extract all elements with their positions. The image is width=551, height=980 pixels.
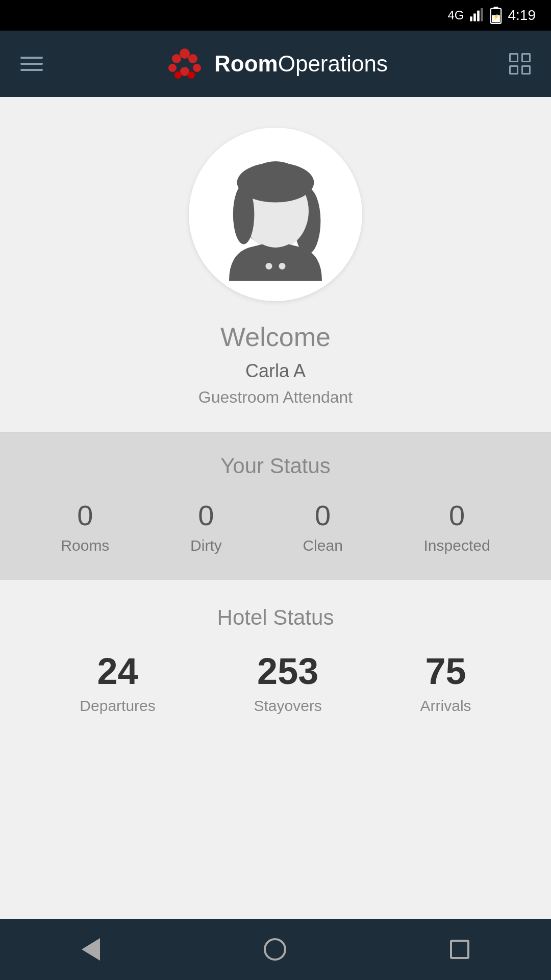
arrivals-count: 75 — [425, 650, 466, 692]
home-button[interactable] — [254, 928, 296, 971]
clean-count: 0 — [315, 499, 331, 532]
time-display: 4:19 — [508, 7, 536, 23]
welcome-text: Welcome — [220, 322, 331, 352]
hotel-status-grid: 24 Departures 253 Stayovers 75 Arrivals — [0, 650, 551, 715]
svg-point-23 — [279, 263, 286, 270]
hotel-arrivals: 75 Arrivals — [420, 650, 471, 715]
status-bar: 4G ⚡ 4:19 — [0, 0, 551, 31]
clean-label: Clean — [303, 537, 342, 554]
signal-icon: 4G — [447, 8, 464, 22]
status-clean: 0 Clean — [303, 499, 342, 554]
stayovers-count: 253 — [257, 650, 318, 692]
grid-view-button[interactable] — [509, 53, 531, 75]
svg-rect-2 — [477, 11, 480, 21]
svg-rect-1 — [473, 14, 476, 21]
svg-point-12 — [193, 64, 201, 72]
recents-button[interactable] — [440, 929, 480, 969]
hotel-departures: 24 Departures — [80, 650, 155, 715]
avatar-image — [209, 148, 342, 281]
recents-icon — [450, 940, 469, 959]
status-rooms: 0 Rooms — [61, 499, 109, 554]
hotel-status-section: Hotel Status 24 Departures 253 Stayovers… — [0, 580, 551, 745]
rooms-label: Rooms — [61, 537, 109, 554]
battery-icon: ⚡ — [489, 6, 503, 24]
your-status-grid: 0 Rooms 0 Dirty 0 Clean 0 Inspected — [0, 499, 551, 554]
your-status-title: Your Status — [0, 454, 551, 478]
your-status-section: Your Status 0 Rooms 0 Dirty 0 Clean 0 In… — [0, 433, 551, 580]
svg-point-9 — [172, 54, 181, 63]
nav-bar — [0, 919, 551, 980]
hamburger-menu[interactable] — [20, 57, 43, 71]
status-inspected: 0 Inspected — [424, 499, 490, 554]
user-name: Carla A — [245, 360, 306, 382]
rooms-count: 0 — [77, 499, 93, 532]
main-content: Welcome Carla A Guestroom Attendant Your… — [0, 97, 551, 919]
user-role: Guestroom Attendant — [198, 388, 353, 407]
hotel-status-title: Hotel Status — [0, 605, 551, 630]
profile-section: Welcome Carla A Guestroom Attendant — [0, 97, 551, 432]
status-icons: 4G ⚡ 4:19 — [447, 6, 536, 24]
svg-point-10 — [168, 64, 177, 72]
inspected-count: 0 — [449, 499, 465, 532]
avatar — [189, 128, 362, 301]
svg-rect-0 — [470, 16, 472, 21]
logo-area: RoomOperations — [164, 43, 388, 84]
signal-bars-icon — [469, 8, 484, 22]
departures-label: Departures — [80, 697, 155, 715]
hotel-stayovers: 253 Stayovers — [254, 650, 321, 715]
svg-text:⚡: ⚡ — [492, 13, 500, 20]
inspected-label: Inspected — [424, 537, 490, 554]
logo-text: RoomOperations — [214, 51, 388, 77]
svg-point-21 — [233, 185, 255, 244]
svg-point-15 — [188, 71, 195, 79]
departures-count: 24 — [97, 650, 138, 692]
dirty-count: 0 — [198, 499, 214, 532]
svg-point-14 — [174, 71, 182, 79]
svg-point-8 — [180, 48, 190, 59]
app-header: RoomOperations — [0, 31, 551, 97]
home-icon — [264, 938, 286, 961]
arrivals-label: Arrivals — [420, 697, 471, 715]
dirty-label: Dirty — [190, 537, 222, 554]
svg-rect-5 — [493, 7, 498, 9]
back-icon — [82, 938, 100, 961]
svg-point-22 — [266, 263, 272, 270]
svg-point-11 — [188, 54, 197, 63]
status-dirty: 0 Dirty — [190, 499, 222, 554]
logo-icon — [164, 43, 205, 84]
stayovers-label: Stayovers — [254, 697, 321, 715]
back-button[interactable] — [71, 928, 110, 971]
svg-rect-3 — [481, 8, 483, 21]
